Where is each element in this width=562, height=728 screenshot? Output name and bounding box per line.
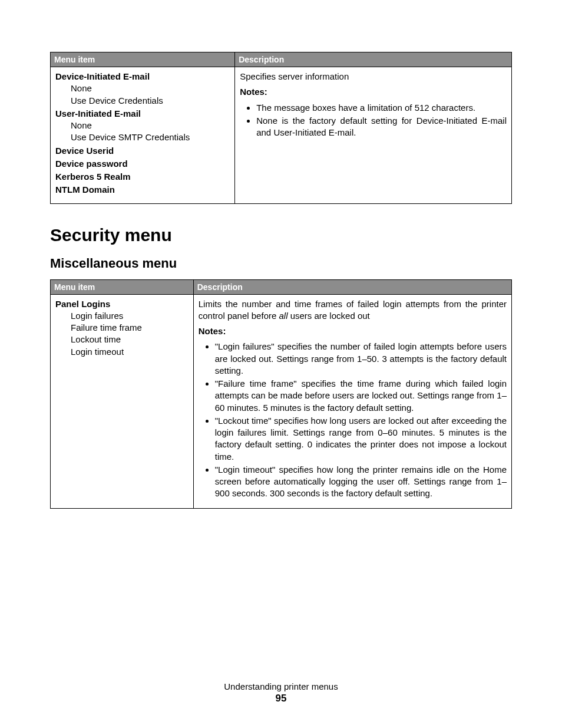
note-item: None is the factory default setting for … <box>256 115 507 139</box>
menu-option: Use Device SMTP Credentials <box>55 131 230 143</box>
table2-header-description: Description <box>193 279 511 294</box>
note-item: The message boxes have a limitation of 5… <box>256 102 507 114</box>
misc-settings-table: Menu item Description Panel Logins Login… <box>50 279 512 509</box>
menu-bold: Device-Initiated E-mail <box>55 71 230 83</box>
menu-bold: Device Userid <box>55 145 230 157</box>
page-footer: Understanding printer menus 95 <box>0 681 562 704</box>
footer-title: Understanding printer menus <box>0 681 562 691</box>
menu-option: Use Device Credentials <box>55 95 230 107</box>
menu-bold: User-Initiated E-mail <box>55 108 230 120</box>
notes-label: Notes: <box>240 86 507 98</box>
security-menu-heading: Security menu <box>50 225 512 245</box>
table1-header-description: Description <box>235 52 512 67</box>
miscellaneous-menu-heading: Miscellaneous menu <box>50 256 512 271</box>
notes-label: Notes: <box>199 325 507 337</box>
footer-page-number: 95 <box>0 693 562 704</box>
menu-option: Login timeout <box>55 346 189 358</box>
menu-option: Failure time frame <box>55 322 189 334</box>
note-item: "Login failures" specifies the number of… <box>215 341 507 377</box>
email-settings-table: Menu item Description Device-Initiated E… <box>50 52 512 204</box>
menu-bold: Kerberos 5 Realm <box>55 171 230 183</box>
desc-lead: Specifies server information <box>240 71 507 83</box>
note-item: "Failure time frame" specifies the time … <box>215 378 507 414</box>
table2-menu-cell: Panel Logins Login failures Failure time… <box>51 294 194 508</box>
table-row: Panel Logins Login failures Failure time… <box>51 294 512 508</box>
table2-header-menuitem: Menu item <box>51 279 194 294</box>
table-row: Device-Initiated E-mail None Use Device … <box>51 67 512 204</box>
desc-lead: Limits the number and time frames of fai… <box>199 298 507 322</box>
table1-header-menuitem: Menu item <box>51 52 235 67</box>
table1-menu-cell: Device-Initiated E-mail None Use Device … <box>51 67 235 204</box>
menu-bold: Panel Logins <box>55 298 189 310</box>
table2-desc-cell: Limits the number and time frames of fai… <box>193 294 511 508</box>
note-item: "Lockout time" specifies how long users … <box>215 415 507 463</box>
menu-option: Login failures <box>55 310 189 322</box>
menu-bold: Device password <box>55 158 230 170</box>
menu-bold: NTLM Domain <box>55 184 230 196</box>
table1-desc-cell: Specifies server information Notes: The … <box>235 67 512 204</box>
note-item: "Login timeout" specifies how long the p… <box>215 464 507 500</box>
menu-option: None <box>55 83 230 94</box>
menu-option: Lockout time <box>55 334 189 345</box>
menu-option: None <box>55 120 230 131</box>
